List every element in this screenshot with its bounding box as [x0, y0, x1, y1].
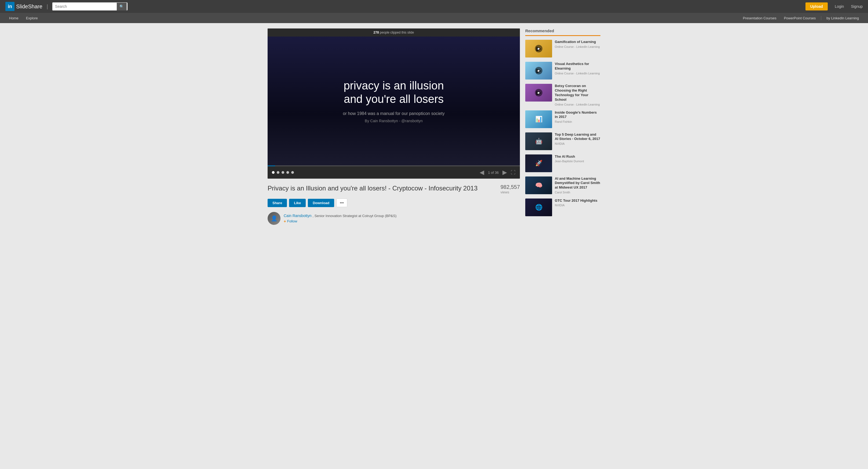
slide-progress-fill	[268, 166, 275, 166]
recommended-item-5[interactable]: 🚀 The AI Rush Jean-Baptiste Dumont	[525, 154, 600, 172]
main-content: 278 people clipped this slide privacy is…	[262, 23, 606, 241]
clipped-bar: 278 people clipped this slide	[268, 28, 520, 36]
rec-info-4: Top 5 Deep Learning and AI Stories - Oct…	[555, 133, 600, 146]
rec-thumb-icon-3: 📊	[525, 110, 552, 128]
recommended-item-6[interactable]: 🧠 AI and Machine Learning Demystified by…	[525, 176, 600, 194]
recommended-item-0[interactable]: ▶ ▶ Gamification of Learning Online Cour…	[525, 40, 600, 57]
rec-sub-2: Online Course - LinkedIn Learning	[555, 103, 600, 106]
avatar-image: 👤	[268, 212, 280, 225]
info-top: Privacy is an Illusion and you're all lo…	[268, 184, 520, 194]
dot-3[interactable]	[282, 171, 284, 174]
slide-page-info: 1 of 36	[488, 171, 499, 175]
upload-button[interactable]: Upload	[805, 2, 828, 10]
rec-info-7: GTC Tour 2017 Highlights NVIDIA	[555, 199, 597, 207]
recommended-item-4[interactable]: 🤖 Top 5 Deep Learning and AI Stories - O…	[525, 133, 600, 150]
author-name-link[interactable]: Cain Ransbottyn	[284, 213, 312, 218]
search-icon: 🔍	[119, 5, 124, 8]
follow-plus-icon: +	[284, 219, 286, 224]
header-divider: |	[47, 3, 48, 10]
rec-sub-6: Carol Smith	[555, 191, 600, 194]
rec-thumb-5: 🚀	[525, 154, 552, 172]
nav-home[interactable]: Home	[5, 13, 22, 23]
recommended-item-3[interactable]: 📊 Inside Google's Numbers in 2017 Rand F…	[525, 110, 600, 128]
rec-thumb-icon-5: 🚀	[525, 154, 552, 172]
rec-thumb-6: 🧠	[525, 176, 552, 194]
rec-title-0: Gamification of Learning	[555, 40, 600, 44]
rec-title-1: Visual Aesthetics for Elearning	[555, 62, 600, 71]
slide-container: 278 people clipped this slide privacy is…	[268, 28, 520, 179]
search-button[interactable]: 🔍	[117, 3, 127, 10]
dot-2[interactable]	[277, 171, 279, 174]
rec-thumb-0: ▶ ▶	[525, 40, 552, 57]
slide-author: By Cain Ransbottyn - @ransbottyn	[365, 119, 423, 123]
signup-link[interactable]: Signup	[851, 4, 863, 8]
content-left: 278 people clipped this slide privacy is…	[268, 28, 520, 230]
dot-5[interactable]	[291, 171, 294, 174]
follow-label: Follow	[287, 219, 298, 223]
play-overlay-1: ▶	[535, 67, 542, 75]
rec-sub-1: Online Course - LinkedIn Learning	[555, 72, 600, 75]
follow-button[interactable]: + Follow	[284, 219, 297, 224]
rec-sub-7: NVIDIA	[555, 204, 597, 207]
rec-info-2: Betsy Corcoran on Choosing the Right Tec…	[555, 84, 600, 106]
play-overlay-0: ▶	[535, 45, 542, 52]
rec-thumb-4: 🤖	[525, 133, 552, 150]
sidebar: Recommended ▶ ▶ Gamification of Learning…	[525, 28, 600, 230]
views-block: 982,557 views	[501, 184, 520, 194]
author-avatar: 👤	[268, 212, 280, 225]
rec-title-6: AI and Machine Learning Demystified by C…	[555, 176, 600, 190]
rec-sub-5: Jean-Baptiste Dumont	[555, 159, 584, 163]
play-overlay-2: ▶	[535, 89, 542, 96]
author-section: 👤 Cain Ransbottyn , Senior Innovation St…	[268, 212, 520, 225]
recommended-item-2[interactable]: ▶ ▶ Betsy Corcoran on Choosing the Right…	[525, 84, 600, 106]
clipped-text: people clipped this slide	[380, 31, 414, 34]
like-button[interactable]: Like	[289, 199, 306, 207]
recommended-header: Recommended	[525, 28, 600, 36]
slide-next-button[interactable]: ▶	[501, 169, 508, 176]
search-input[interactable]	[52, 2, 117, 10]
site-name: SlideShare	[16, 3, 42, 10]
rec-title-7: GTC Tour 2017 Highlights	[555, 199, 597, 203]
slide-dots	[272, 171, 476, 174]
author-title: , Senior Innovation Strategist at Colruy…	[312, 214, 396, 218]
login-link[interactable]: Login	[835, 4, 844, 8]
rec-thumb-1: ▶ ▶	[525, 62, 552, 80]
rec-title-5: The AI Rush	[555, 154, 584, 159]
author-info: Cain Ransbottyn , Senior Innovation Stra…	[284, 213, 396, 224]
fullscreen-button[interactable]: ⛶	[511, 170, 516, 175]
download-button[interactable]: Download	[308, 199, 334, 207]
rec-title-2: Betsy Corcoran on Choosing the Right Tec…	[555, 84, 600, 102]
recommended-list: ▶ ▶ Gamification of Learning Online Cour…	[525, 40, 600, 216]
linkedin-icon: in	[5, 2, 14, 11]
rec-thumb-7: 🌐	[525, 199, 552, 216]
rec-sub-4: NVIDIA	[555, 142, 600, 145]
nav-powerpoint-courses[interactable]: PowerPoint Courses	[780, 13, 820, 23]
rec-info-3: Inside Google's Numbers in 2017 Rand Fis…	[555, 110, 600, 123]
slide-main[interactable]: privacy is an illusionand you're all los…	[268, 36, 520, 166]
dot-1[interactable]	[272, 171, 275, 174]
dot-4[interactable]	[286, 171, 289, 174]
nav-bar: Home Explore Presentation Courses PowerP…	[0, 13, 868, 23]
slide-subtitle: or how 1984 was a manual for our panopti…	[343, 111, 445, 116]
nav-presentation-courses[interactable]: Presentation Courses	[739, 13, 780, 23]
nav-right: Presentation Courses PowerPoint Courses …	[739, 13, 863, 23]
slide-title: privacy is an illusionand you're all los…	[344, 79, 444, 106]
recommended-item-7[interactable]: 🌐 GTC Tour 2017 Highlights NVIDIA	[525, 199, 600, 216]
rec-info-5: The AI Rush Jean-Baptiste Dumont	[555, 154, 584, 163]
nav-explore[interactable]: Explore	[22, 13, 41, 23]
logo[interactable]: in SlideShare	[5, 2, 42, 11]
share-button[interactable]: Share	[268, 199, 287, 207]
rec-thumb-icon-7: 🌐	[525, 199, 552, 216]
recommended-item-1[interactable]: ▶ ▶ Visual Aesthetics for Elearning Onli…	[525, 62, 600, 80]
action-buttons: Share Like Download •••	[268, 199, 520, 207]
rec-thumb-3: 📊	[525, 110, 552, 128]
rec-title-3: Inside Google's Numbers in 2017	[555, 110, 600, 120]
clipped-count: 278	[374, 31, 379, 34]
slide-prev-button[interactable]: ◀	[478, 169, 485, 176]
rec-sub-3: Rand Fishkin	[555, 120, 600, 123]
slide-progress	[268, 166, 520, 166]
more-button[interactable]: •••	[336, 199, 347, 207]
nav-linkedin-learning[interactable]: by LinkedIn Learning	[823, 13, 863, 23]
rec-info-1: Visual Aesthetics for Elearning Online C…	[555, 62, 600, 75]
views-label: views	[501, 190, 520, 194]
